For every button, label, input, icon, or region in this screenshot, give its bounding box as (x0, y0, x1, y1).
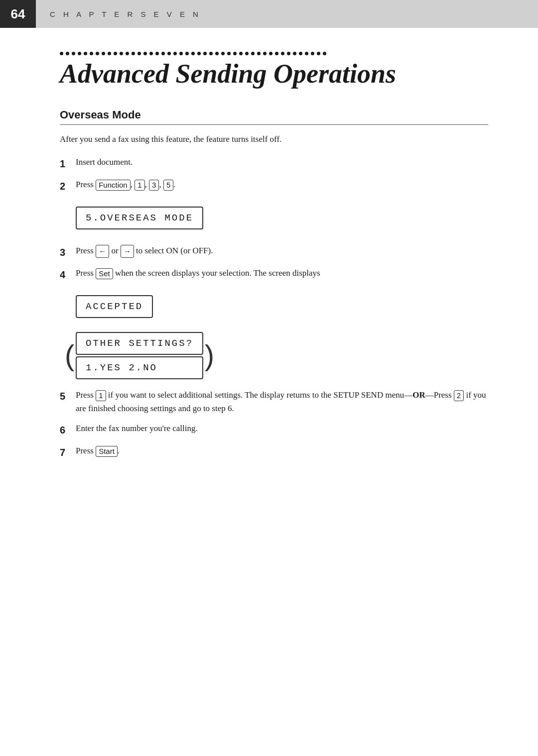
step-3-content: Press ← or → to select ON (or OFF). (76, 244, 488, 258)
step-3: 3 Press ← or → to select ON (or OFF). (60, 244, 488, 260)
lcd-overseas-wrapper: 5.OVERSEAS MODE (76, 201, 488, 235)
section-heading: Overseas Mode (60, 108, 488, 125)
key-5: 5 (163, 180, 173, 191)
section-intro: After you send a fax using this feature,… (60, 133, 488, 146)
chapter-label: C H A P T E R S E V E N (36, 10, 201, 18)
header-bar: 64 C H A P T E R S E V E N (0, 0, 538, 28)
step-3-number: 3 (60, 244, 76, 260)
chapter-number: 64 (0, 0, 36, 28)
set-key: Set (96, 268, 113, 279)
step-1: 1 Insert document. (60, 156, 488, 171)
lcd-accepted: ACCEPTED (76, 295, 153, 318)
step-2: 2 Press Function, 1, 3, 5. (60, 178, 488, 194)
step-4: 4 Press Set when the screen displays you… (60, 267, 488, 282)
step-6-content: Enter the fax number you're calling. (76, 422, 488, 435)
step-2-number: 2 (60, 178, 76, 194)
step-1-content: Insert document. (76, 156, 488, 169)
step-6-number: 6 (60, 422, 76, 437)
lcd-group-wrapper: ACCEPTED ( OTHER SETTINGS? 1.YES 2.NO ) (60, 284, 488, 379)
lcd-yes-no: 1.YES 2.NO (76, 356, 203, 379)
bracket-left: ( (65, 341, 74, 370)
step-5-number: 5 (60, 388, 76, 404)
step-7-number: 7 (60, 444, 76, 460)
step-4-number: 4 (60, 267, 76, 282)
step-6: 6 Enter the fax number you're calling. (60, 422, 488, 437)
key-2-step5: 2 (454, 390, 464, 401)
content-area: Advanced Sending Operations Overseas Mod… (0, 28, 538, 497)
step-5: 5 Press 1 if you want to select addition… (60, 388, 488, 415)
key-1: 1 (134, 180, 144, 191)
start-key: Start (96, 446, 118, 457)
bracket-right: ) (205, 341, 214, 370)
or-label: OR (412, 390, 425, 400)
page: 64 C H A P T E R S E V E N Advanced Send… (0, 0, 538, 756)
right-arrow-key: → (121, 245, 134, 258)
lcd-options-group: ( OTHER SETTINGS? 1.YES 2.NO ) (76, 332, 203, 379)
left-arrow-key: ← (96, 245, 109, 258)
step-7: 7 Press Start. (60, 444, 488, 460)
key-1-step5: 1 (96, 390, 106, 401)
function-key: Function (96, 180, 131, 191)
step-7-content: Press Start. (76, 444, 488, 457)
steps-list: 1 Insert document. 2 Press Function, 1, … (60, 156, 488, 460)
step-4-content: Press Set when the screen displays your … (76, 267, 488, 280)
step-5-content: Press 1 if you want to select additional… (76, 388, 488, 415)
lcd-options-inner: OTHER SETTINGS? 1.YES 2.NO (76, 332, 203, 379)
lcd-overseas-mode: 5.OVERSEAS MODE (76, 207, 203, 229)
lcd-other-settings: OTHER SETTINGS? (76, 332, 203, 355)
lcd-accepted-group: ACCEPTED (76, 289, 153, 324)
page-title: Advanced Sending Operations (60, 59, 488, 89)
dot-decoration (60, 52, 488, 55)
key-3: 3 (149, 180, 159, 191)
step-1-number: 1 (60, 156, 76, 171)
step-2-content: Press Function, 1, 3, 5. (76, 178, 488, 191)
